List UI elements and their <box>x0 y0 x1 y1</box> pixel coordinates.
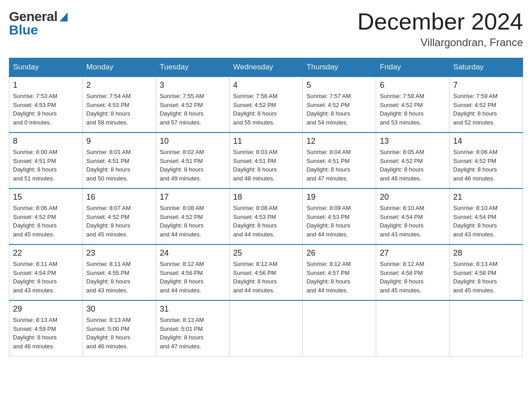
calendar-cell: 4Sunrise: 7:56 AM Sunset: 4:52 PM Daylig… <box>229 77 303 133</box>
calendar-cell: 20Sunrise: 8:10 AM Sunset: 4:54 PM Dayli… <box>376 188 450 244</box>
day-number: 31 <box>160 304 226 314</box>
day-number: 11 <box>233 137 299 146</box>
day-info: Sunrise: 8:07 AM Sunset: 4:52 PM Dayligh… <box>86 204 152 239</box>
day-info: Sunrise: 7:57 AM Sunset: 4:52 PM Dayligh… <box>306 92 372 127</box>
day-info: Sunrise: 8:00 AM Sunset: 4:51 PM Dayligh… <box>13 148 79 183</box>
calendar-cell: 19Sunrise: 8:09 AM Sunset: 4:53 PM Dayli… <box>303 188 376 244</box>
day-info: Sunrise: 7:54 AM Sunset: 4:53 PM Dayligh… <box>86 92 152 127</box>
day-number: 15 <box>13 193 79 202</box>
day-number: 13 <box>380 137 446 146</box>
day-info: Sunrise: 8:04 AM Sunset: 4:51 PM Dayligh… <box>306 148 372 183</box>
day-number: 17 <box>160 193 226 202</box>
calendar-cell: 15Sunrise: 8:06 AM Sunset: 4:52 PM Dayli… <box>9 188 83 244</box>
calendar-week-row: 22Sunrise: 8:11 AM Sunset: 4:54 PM Dayli… <box>9 244 523 300</box>
col-header-tuesday: Tuesday <box>156 58 229 77</box>
calendar-cell: 11Sunrise: 8:03 AM Sunset: 4:51 PM Dayli… <box>229 133 303 188</box>
day-info: Sunrise: 8:13 AM Sunset: 4:58 PM Dayligh… <box>453 260 519 295</box>
day-info: Sunrise: 8:12 AM Sunset: 4:56 PM Dayligh… <box>233 260 299 295</box>
calendar-cell: 24Sunrise: 8:12 AM Sunset: 4:56 PM Dayli… <box>156 244 229 300</box>
col-header-saturday: Saturday <box>450 58 523 77</box>
day-number: 5 <box>306 81 372 90</box>
day-number: 3 <box>160 81 226 90</box>
logo-blue-text: Blue <box>9 22 68 38</box>
calendar-week-row: 8Sunrise: 8:00 AM Sunset: 4:51 PM Daylig… <box>9 133 523 188</box>
day-info: Sunrise: 8:12 AM Sunset: 4:57 PM Dayligh… <box>306 260 372 295</box>
calendar-subtitle: Villargondran, France <box>357 36 523 49</box>
day-info: Sunrise: 7:58 AM Sunset: 4:52 PM Dayligh… <box>380 92 446 127</box>
day-number: 10 <box>160 137 226 146</box>
calendar-cell: 16Sunrise: 8:07 AM Sunset: 4:52 PM Dayli… <box>82 188 156 244</box>
day-number: 26 <box>306 248 372 258</box>
calendar-cell: 25Sunrise: 8:12 AM Sunset: 4:56 PM Dayli… <box>229 244 303 300</box>
calendar-cell: 2Sunrise: 7:54 AM Sunset: 4:53 PM Daylig… <box>82 77 156 133</box>
day-info: Sunrise: 8:12 AM Sunset: 4:56 PM Dayligh… <box>160 260 226 295</box>
day-info: Sunrise: 8:01 AM Sunset: 4:51 PM Dayligh… <box>86 148 152 183</box>
day-number: 14 <box>453 137 519 146</box>
col-header-thursday: Thursday <box>303 58 376 77</box>
day-info: Sunrise: 8:10 AM Sunset: 4:54 PM Dayligh… <box>380 204 446 239</box>
day-info: Sunrise: 7:53 AM Sunset: 4:53 PM Dayligh… <box>13 92 79 127</box>
day-info: Sunrise: 8:02 AM Sunset: 4:51 PM Dayligh… <box>160 148 226 183</box>
calendar-cell: 13Sunrise: 8:05 AM Sunset: 4:52 PM Dayli… <box>376 133 450 188</box>
day-number: 19 <box>306 193 372 202</box>
calendar-cell: 14Sunrise: 8:06 AM Sunset: 4:52 PM Dayli… <box>450 133 523 188</box>
calendar-cell: 29Sunrise: 8:13 AM Sunset: 4:59 PM Dayli… <box>9 300 83 356</box>
page-header: General Blue December 2024 Villargondran… <box>9 9 523 49</box>
calendar-header-row: SundayMondayTuesdayWednesdayThursdayFrid… <box>9 58 523 77</box>
calendar-cell: 30Sunrise: 8:13 AM Sunset: 5:00 PM Dayli… <box>82 300 156 356</box>
calendar-week-row: 1Sunrise: 7:53 AM Sunset: 4:53 PM Daylig… <box>9 77 523 133</box>
day-number: 1 <box>13 81 79 90</box>
calendar-cell <box>303 300 376 356</box>
day-number: 20 <box>380 193 446 202</box>
day-info: Sunrise: 8:06 AM Sunset: 4:52 PM Dayligh… <box>13 204 79 239</box>
day-info: Sunrise: 8:13 AM Sunset: 5:01 PM Dayligh… <box>160 316 226 351</box>
day-info: Sunrise: 8:08 AM Sunset: 4:53 PM Dayligh… <box>233 204 299 239</box>
calendar-cell <box>229 300 303 356</box>
day-number: 25 <box>233 248 299 258</box>
calendar-week-row: 15Sunrise: 8:06 AM Sunset: 4:52 PM Dayli… <box>9 188 523 244</box>
calendar-cell: 27Sunrise: 8:12 AM Sunset: 4:58 PM Dayli… <box>376 244 450 300</box>
svg-marker-0 <box>60 13 68 21</box>
day-number: 30 <box>86 304 152 314</box>
day-info: Sunrise: 7:59 AM Sunset: 4:52 PM Dayligh… <box>453 92 519 127</box>
day-number: 29 <box>13 304 79 314</box>
day-number: 23 <box>86 248 152 258</box>
day-number: 6 <box>380 81 446 90</box>
day-number: 27 <box>380 248 446 258</box>
calendar-cell <box>450 300 523 356</box>
calendar-cell: 28Sunrise: 8:13 AM Sunset: 4:58 PM Dayli… <box>450 244 523 300</box>
day-info: Sunrise: 8:12 AM Sunset: 4:58 PM Dayligh… <box>380 260 446 295</box>
calendar-table: SundayMondayTuesdayWednesdayThursdayFrid… <box>9 58 523 356</box>
calendar-cell: 7Sunrise: 7:59 AM Sunset: 4:52 PM Daylig… <box>450 77 523 133</box>
day-number: 21 <box>453 193 519 202</box>
calendar-cell: 5Sunrise: 7:57 AM Sunset: 4:52 PM Daylig… <box>303 77 376 133</box>
day-info: Sunrise: 8:05 AM Sunset: 4:52 PM Dayligh… <box>380 148 446 183</box>
col-header-monday: Monday <box>82 58 156 77</box>
calendar-cell: 12Sunrise: 8:04 AM Sunset: 4:51 PM Dayli… <box>303 133 376 188</box>
calendar-cell <box>376 300 450 356</box>
day-number: 2 <box>86 81 152 90</box>
title-block: December 2024 Villargondran, France <box>357 9 523 49</box>
day-info: Sunrise: 8:11 AM Sunset: 4:55 PM Dayligh… <box>86 260 152 295</box>
calendar-cell: 10Sunrise: 8:02 AM Sunset: 4:51 PM Dayli… <box>156 133 229 188</box>
logo-general-text: General <box>9 9 57 24</box>
col-header-wednesday: Wednesday <box>229 58 303 77</box>
calendar-cell: 1Sunrise: 7:53 AM Sunset: 4:53 PM Daylig… <box>9 77 83 133</box>
day-info: Sunrise: 7:55 AM Sunset: 4:52 PM Dayligh… <box>160 92 226 127</box>
day-number: 7 <box>453 81 519 90</box>
calendar-cell: 23Sunrise: 8:11 AM Sunset: 4:55 PM Dayli… <box>82 244 156 300</box>
logo: General Blue <box>9 9 68 38</box>
logo-triangle-icon <box>58 13 68 21</box>
day-number: 16 <box>86 193 152 202</box>
calendar-cell: 3Sunrise: 7:55 AM Sunset: 4:52 PM Daylig… <box>156 77 229 133</box>
day-number: 28 <box>453 248 519 258</box>
col-header-sunday: Sunday <box>9 58 83 77</box>
day-number: 18 <box>233 193 299 202</box>
calendar-cell: 9Sunrise: 8:01 AM Sunset: 4:51 PM Daylig… <box>82 133 156 188</box>
calendar-cell: 31Sunrise: 8:13 AM Sunset: 5:01 PM Dayli… <box>156 300 229 356</box>
col-header-friday: Friday <box>376 58 450 77</box>
day-info: Sunrise: 8:08 AM Sunset: 4:52 PM Dayligh… <box>160 204 226 239</box>
calendar-cell: 17Sunrise: 8:08 AM Sunset: 4:52 PM Dayli… <box>156 188 229 244</box>
calendar-cell: 22Sunrise: 8:11 AM Sunset: 4:54 PM Dayli… <box>9 244 83 300</box>
day-info: Sunrise: 8:13 AM Sunset: 4:59 PM Dayligh… <box>13 316 79 351</box>
